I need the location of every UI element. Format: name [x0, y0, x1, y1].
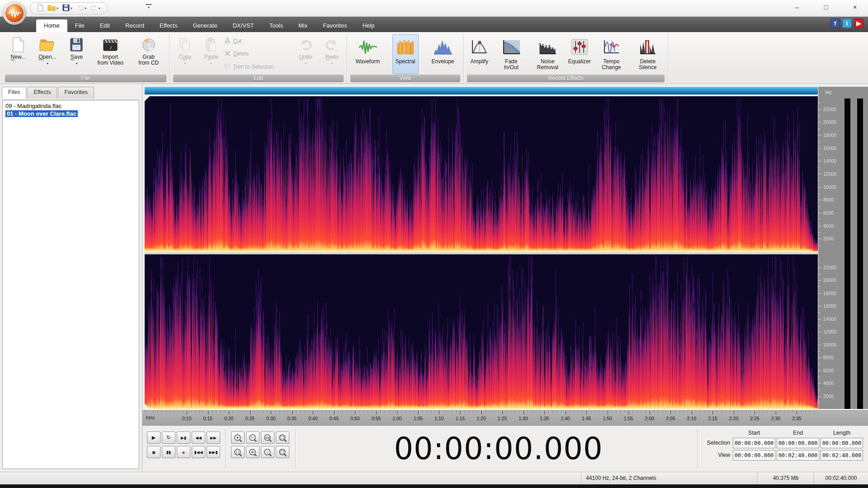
- transport-play-button[interactable]: ▶: [147, 432, 160, 444]
- window-bottom-edge: [0, 484, 868, 488]
- selection-marker-bottom-icon[interactable]: [145, 404, 150, 409]
- ruler-time-label: 1:30: [519, 416, 528, 421]
- tab-edit[interactable]: Edit: [92, 19, 118, 32]
- tab-favorites[interactable]: Favorites: [315, 19, 354, 32]
- dropdown-arrow-icon[interactable]: ▾: [71, 6, 72, 10]
- zoom-vertical-zoom-selection-button[interactable]: [276, 446, 289, 458]
- dropdown-arrow-icon: ▾: [331, 61, 333, 66]
- ribbon-equalizer-button[interactable]: Equalizer: [566, 34, 593, 74]
- transport-play-to-end-button[interactable]: ▶▮: [177, 432, 190, 444]
- view-length-field[interactable]: 00:02:40.000: [821, 450, 863, 460]
- ribbon-save-button[interactable]: Save▾: [63, 34, 90, 74]
- selection-end-field[interactable]: 00:00:00.000: [777, 438, 819, 448]
- transport-pause-button[interactable]: ▮▮: [162, 446, 175, 458]
- maximize-button[interactable]: □: [819, 2, 833, 13]
- quick-new-document-button[interactable]: [36, 3, 45, 14]
- tab-mix[interactable]: Mix: [291, 19, 315, 32]
- dropdown-arrow-icon[interactable]: ▾: [75, 61, 77, 66]
- zoom-zoom-to-selection-button[interactable]: [276, 432, 289, 444]
- dropdown-arrow-icon[interactable]: ▾: [57, 6, 58, 10]
- frequency-tick-label: 18000: [823, 132, 836, 138]
- quick-save-button[interactable]: ▾: [61, 4, 74, 14]
- dropdown-arrow-icon[interactable]: ▾: [85, 6, 86, 10]
- ribbon-open-button[interactable]: Open...▾: [34, 34, 61, 74]
- ribbon-amplify-button[interactable]: Amplify: [466, 34, 492, 74]
- panel-tab-effects[interactable]: Effects: [27, 87, 57, 99]
- tab-home[interactable]: Home: [36, 19, 67, 32]
- zoom-zoom-100-button[interactable]: 100: [261, 432, 274, 444]
- file-list-item[interactable]: 01 - Moon over Clare.flac: [4, 110, 138, 117]
- youtube-icon[interactable]: ▶: [854, 19, 863, 28]
- customize-quick-access-button[interactable]: ▾: [146, 4, 152, 10]
- ribbon-delete-silence-label: DeleteSilence: [639, 59, 656, 70]
- facebook-icon[interactable]: f: [830, 19, 840, 28]
- ribbon-delete-silence-button[interactable]: DeleteSilence: [630, 34, 665, 74]
- svg-text:♪: ♪: [109, 44, 113, 51]
- transport-loop-button[interactable]: ↻: [162, 432, 175, 444]
- ribbon-envelope-button[interactable]: Envelope: [430, 34, 456, 74]
- selection-length-field[interactable]: 00:00:00.000: [821, 438, 863, 448]
- panel-tab-files[interactable]: Files: [2, 87, 26, 99]
- timeline-ruler[interactable]: hms 0:100:150:200:250:300:350:400:450:50…: [142, 410, 868, 426]
- frequency-tick-label: 20000: [823, 119, 836, 125]
- ruler-time-label: 1:35: [540, 416, 549, 421]
- transport-go-to-start-button[interactable]: ▮◀◀: [192, 446, 205, 458]
- ruler-time-label: 2:15: [708, 416, 717, 421]
- ribbon-fade-in-out-button[interactable]: FadeIn/Out: [494, 34, 529, 74]
- spectrogram-channel-2[interactable]: [145, 254, 818, 409]
- file-list[interactable]: 09 - Madrigalinda.flac01 - Moon over Cla…: [2, 100, 139, 469]
- ruler-time-label: 2:00: [645, 416, 654, 421]
- zoom-vertical-zoom-fit-button[interactable]: ↕: [261, 446, 274, 458]
- tab-record[interactable]: Record: [118, 19, 152, 32]
- frequency-tick-label: 22000: [823, 265, 836, 270]
- transport-go-to-end-button[interactable]: ▶▶▮: [207, 446, 220, 458]
- column-header-length: Length: [821, 428, 863, 436]
- zoom-vertical-zoom-in-button[interactable]: +: [246, 446, 259, 458]
- file-list-item[interactable]: 09 - Madrigalinda.flac: [4, 102, 138, 110]
- view-end-field[interactable]: 00:02:40.000: [777, 450, 819, 460]
- transport-stop-button[interactable]: ■: [147, 446, 160, 458]
- zoom-zoom-in-button[interactable]: +: [231, 432, 245, 444]
- app-logo-icon[interactable]: [3, 1, 26, 25]
- panel-tab-favorites[interactable]: Favorites: [58, 87, 94, 99]
- ribbon-tempo-change-button[interactable]: TempoChange: [594, 34, 629, 74]
- frequency-tick-label: 8000: [823, 197, 834, 202]
- tab-dxvst[interactable]: DX/VST: [225, 19, 262, 32]
- transport-rewind-button[interactable]: ◀◀: [192, 432, 205, 444]
- zoom-zoom-out-button[interactable]: −: [246, 432, 259, 444]
- view-start-field[interactable]: 00:00:00.000: [733, 450, 775, 460]
- ribbon-grab-from-cd-button[interactable]: Grabfrom CD: [131, 34, 166, 74]
- frequency-tick-label: 14000: [823, 158, 836, 164]
- tab-help[interactable]: Help: [355, 19, 382, 32]
- zoom-zoom-restore-button[interactable]: [ ]: [231, 446, 245, 458]
- spectrogram-channel-1[interactable]: [145, 96, 818, 252]
- ruler-time-label: 1:50: [603, 416, 612, 421]
- minimize-button[interactable]: –: [790, 2, 804, 13]
- tab-generate[interactable]: Generate: [185, 19, 225, 32]
- ribbon-waveform-button[interactable]: Waveform: [355, 34, 381, 74]
- ruler-time-label: 2:25: [750, 416, 759, 421]
- dropdown-arrow-icon[interactable]: ▾: [99, 6, 100, 10]
- ribbon-spectral-label: Spectral: [395, 59, 415, 65]
- tab-file[interactable]: File: [67, 19, 92, 32]
- selection-start-field[interactable]: 00:00:00.000: [733, 438, 775, 448]
- tab-effects[interactable]: Effects: [152, 19, 185, 32]
- transport-fast-forward-button[interactable]: ▶▶: [207, 432, 220, 444]
- ribbon-envelope-label: Envelope: [431, 59, 454, 65]
- transport-record-button[interactable]: ●: [177, 446, 190, 458]
- ribbon-group-caption: Edit: [173, 75, 344, 82]
- ribbon-group-edit: Copy▾Paste▾CutDeleteTrim to SelectionUnd…: [170, 33, 347, 84]
- ribbon-new-button[interactable]: New...: [5, 34, 31, 74]
- close-button[interactable]: ×: [848, 2, 862, 13]
- fade-icon: [502, 35, 521, 59]
- tab-tools[interactable]: Tools: [262, 19, 291, 32]
- quick-open-button[interactable]: ▾: [46, 4, 60, 13]
- ribbon-noise-removal-button[interactable]: NoiseRemoval: [530, 34, 565, 74]
- ruler-time-label: 0:15: [203, 416, 212, 421]
- overview-position-bar[interactable]: [145, 87, 818, 94]
- twitter-icon[interactable]: t: [842, 19, 852, 28]
- selection-marker-top-icon[interactable]: [145, 96, 150, 101]
- ribbon-import-from-video-button[interactable]: ♪Importfrom Video: [93, 34, 128, 74]
- dropdown-arrow-icon[interactable]: ▾: [47, 61, 48, 66]
- ribbon-spectral-button[interactable]: Spectral: [392, 34, 419, 74]
